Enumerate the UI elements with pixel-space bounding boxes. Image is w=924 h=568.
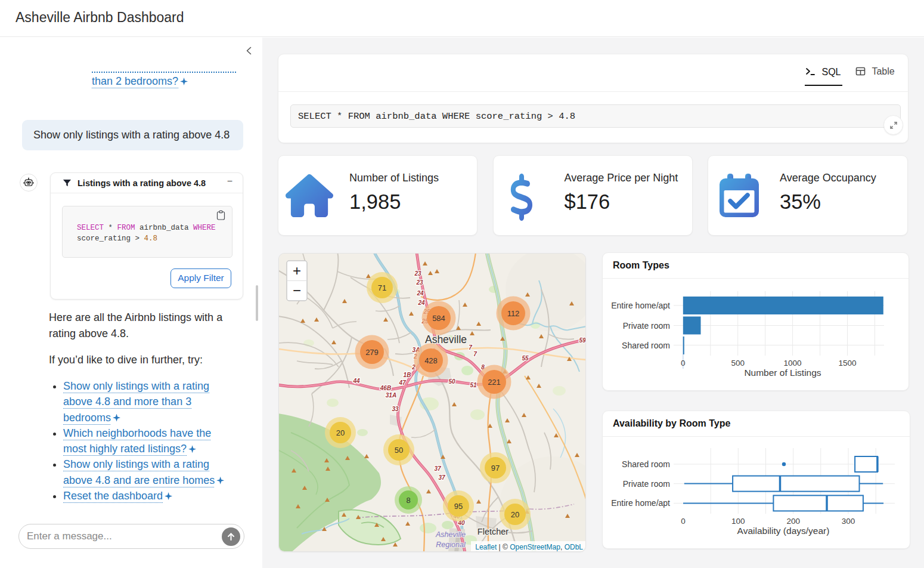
svg-text:Availability by Room Type: Availability by Room Type	[613, 418, 730, 428]
svg-text:279: 279	[365, 348, 379, 357]
svg-text:37: 37	[438, 474, 445, 481]
svg-text:Entire home/apt: Entire home/apt	[611, 301, 670, 310]
svg-text:112: 112	[507, 309, 520, 318]
svg-text:97: 97	[491, 464, 500, 473]
svg-text:55: 55	[522, 355, 529, 362]
svg-text:37: 37	[434, 465, 441, 472]
svg-text:+: +	[293, 263, 301, 279]
svg-text:8: 8	[406, 496, 410, 505]
svg-text:51: 51	[470, 382, 477, 388]
svg-text:20: 20	[336, 428, 345, 437]
svg-text:Availability (days/year): Availability (days/year)	[737, 526, 830, 536]
svg-text:7: 7	[473, 351, 477, 357]
svg-text:Regional: Regional	[436, 541, 466, 549]
svg-text:500: 500	[731, 359, 745, 368]
svg-text:0: 0	[681, 359, 686, 368]
svg-text:200: 200	[786, 517, 800, 526]
svg-text:Room Types: Room Types	[613, 260, 669, 270]
svg-text:20: 20	[511, 510, 519, 519]
svg-text:50: 50	[395, 446, 403, 455]
svg-text:23: 23	[414, 270, 421, 277]
svg-text:Private room: Private room	[623, 479, 670, 489]
svg-text:46B: 46B	[380, 385, 391, 391]
svg-text:Fletcher: Fletcher	[477, 527, 509, 536]
svg-text:−: −	[293, 282, 301, 298]
svg-text:1B: 1B	[404, 372, 411, 378]
svg-text:23: 23	[416, 279, 423, 286]
svg-text:1000: 1000	[784, 359, 802, 368]
svg-text:1500: 1500	[838, 359, 856, 368]
svg-text:24: 24	[417, 300, 425, 306]
svg-text:Leaflet | © OpenStreetMap, ODb: Leaflet | © OpenStreetMap, ODbL	[475, 543, 583, 551]
svg-text:44: 44	[352, 378, 360, 384]
svg-text:Asheville: Asheville	[435, 530, 466, 539]
svg-text:59: 59	[579, 337, 586, 344]
svg-text:95: 95	[454, 502, 463, 511]
svg-text:100: 100	[731, 517, 745, 526]
svg-text:221: 221	[488, 378, 501, 387]
svg-text:300: 300	[842, 517, 855, 526]
svg-text:31A: 31A	[386, 392, 396, 399]
svg-text:0: 0	[681, 517, 686, 526]
svg-text:50: 50	[448, 378, 455, 385]
svg-text:Private room: Private room	[623, 321, 670, 331]
svg-text:71: 71	[378, 283, 386, 292]
svg-text:Shared room: Shared room	[622, 459, 670, 469]
svg-text:Airport: Airport	[439, 551, 462, 552]
svg-text:428: 428	[424, 356, 438, 365]
svg-text:Number of Listings: Number of Listings	[744, 368, 821, 378]
svg-text:Entire home/apt: Entire home/apt	[611, 498, 670, 508]
svg-text:Shared room: Shared room	[622, 341, 670, 350]
svg-text:7: 7	[469, 344, 472, 351]
svg-text:47: 47	[398, 379, 406, 386]
svg-text:24: 24	[416, 290, 424, 297]
svg-text:584: 584	[432, 314, 445, 323]
svg-text:33: 33	[392, 406, 399, 412]
